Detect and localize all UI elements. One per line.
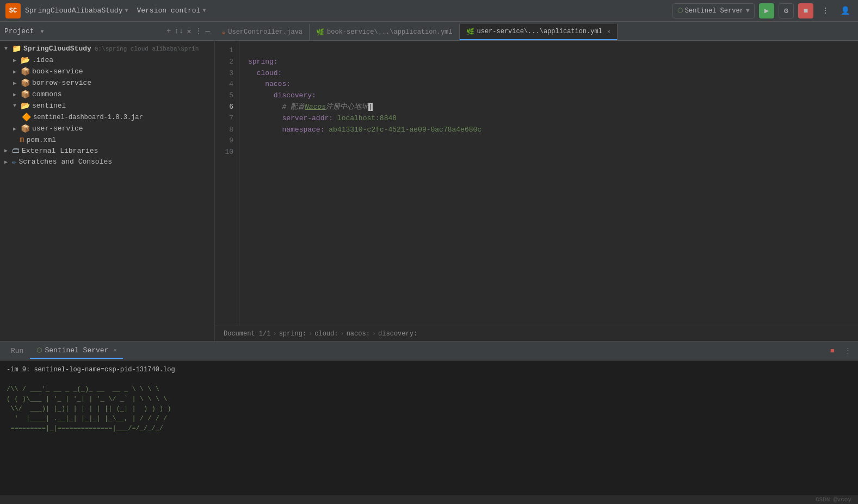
tab-user-app[interactable]: 🌿 user-service\...\application.yml ✕ — [460, 24, 618, 40]
stop-button[interactable]: ■ — [798, 3, 813, 18]
settings-button[interactable]: ⚙ — [779, 3, 794, 18]
pom-icon: m — [20, 135, 24, 144]
minimize-icon[interactable]: — — [206, 27, 210, 36]
book-service-icon: 📦 — [21, 67, 30, 76]
bottom-status: CSDN @vcoy — [0, 495, 858, 504]
sidebar-item-external-libraries[interactable]: ▶ 🗃 External Libraries — [0, 145, 214, 156]
bottom-panel: Run ⬡ Sentinel Server ✕ ■ ⋮ -im 9: senti… — [0, 341, 858, 504]
code-line-3: cloud: — [248, 68, 849, 79]
run-label[interactable]: Run — [4, 343, 30, 359]
line-num-4: 4 — [215, 79, 233, 90]
external-libraries-label: External Libraries — [22, 147, 98, 155]
code-line-7: server-addr: localhost:8848 — [248, 113, 849, 125]
profile-button[interactable]: 👤 — [837, 3, 853, 18]
code-area[interactable]: spring: cloud: nacos: discovery: # 配置Nac… — [239, 41, 858, 326]
line-num-3: 3 — [215, 68, 233, 79]
line-num-1: 1 — [215, 45, 233, 57]
main-area: Project ▼ + ↑↓ ✕ ⋮ — ▼ 📁 SpringCloudStud… — [0, 22, 858, 341]
sidebar-header: Project ▼ + ↑↓ ✕ ⋮ — — [0, 22, 214, 41]
breadcrumb-cloud[interactable]: cloud: — [314, 330, 338, 338]
pom-label: pom.xml — [26, 136, 56, 144]
code-line-10 — [248, 147, 849, 158]
line-num-10: 10 — [215, 147, 233, 158]
root-folder-icon: 📁 — [12, 44, 21, 53]
sidebar-item-idea[interactable]: ▶ 📂 .idea — [0, 54, 214, 66]
borrow-service-icon: 📦 — [21, 78, 30, 88]
console-ascii-1: /\\ / ___'_ __ _ _(_)_ __ __ _ \ \ \ \ — [7, 384, 851, 394]
credit-text: CSDN @vcoy — [816, 496, 851, 503]
breadcrumb: Document 1/1 › spring: › cloud: › nacos:… — [215, 326, 858, 341]
user-service-label: user-service — [32, 125, 83, 133]
version-control-label[interactable]: Version control — [137, 7, 200, 15]
sidebar-item-pom[interactable]: m pom.xml — [0, 134, 214, 145]
scratches-label: Scratches and Consoles — [18, 158, 112, 166]
idea-label: .idea — [32, 56, 53, 64]
line-num-5: 5 — [215, 90, 233, 102]
sync-icon[interactable]: ↑↓ — [174, 27, 183, 36]
line-num-2: 2 — [215, 57, 233, 68]
editor-area: ☕ UserController.java 🌿 book-service\...… — [215, 22, 858, 341]
run-button[interactable]: ▶ — [759, 3, 774, 18]
code-line-6: # 配置Nacos注册中心地址| — [248, 102, 849, 113]
scratch-icon: ✏ — [12, 157, 16, 166]
console-intro: -im 9: sentinel-log-name=csp-pid-131740.… — [7, 365, 851, 375]
sidebar: Project ▼ + ↑↓ ✕ ⋮ — ▼ 📁 SpringCloudStud… — [0, 22, 215, 341]
sentinel-label: sentinel — [32, 102, 66, 110]
sentinel-icon: ⬡ — [677, 7, 683, 15]
console-content: -im 9: sentinel-log-name=csp-pid-131740.… — [0, 360, 858, 495]
sidebar-item-scratches[interactable]: ▶ ✏ Scratches and Consoles — [0, 156, 214, 167]
code-line-1 — [248, 45, 849, 57]
vc-chevron-icon[interactable]: ▼ — [202, 8, 206, 14]
sidebar-item-sentinel[interactable]: ▼ 📂 sentinel — [0, 100, 214, 111]
breadcrumb-discovery[interactable]: discovery: — [378, 330, 417, 338]
console-more-button[interactable]: ⋮ — [842, 345, 854, 357]
code-line-9 — [248, 135, 849, 147]
close-bottom-tab-icon[interactable]: ✕ — [113, 347, 116, 353]
sidebar-item-user-service[interactable]: ▶ 📦 user-service — [0, 123, 214, 134]
line-num-6: 6 — [215, 102, 233, 113]
console-ascii-2: ( ( )\___ | '_ | '_| | '_ \/ _` | \ \ \ … — [7, 394, 851, 404]
breadcrumb-sep-1: › — [273, 330, 276, 338]
close-tab-icon[interactable]: ✕ — [607, 28, 610, 35]
user-service-icon: 📦 — [21, 124, 30, 133]
more-options-icon[interactable]: ⋮ — [195, 27, 202, 36]
sidebar-item-sentinel-jar[interactable]: 🔶 sentinel-dashboard-1.8.3.jar — [0, 111, 214, 123]
sidebar-item-commons[interactable]: ▶ 📦 commons — [0, 89, 214, 100]
breadcrumb-sep-4: › — [372, 330, 376, 338]
sentinel-tab-label: Sentinel Server — [45, 346, 108, 354]
root-path: G:\spring cloud alibaba\Sprin — [95, 46, 199, 52]
breadcrumb-nacos[interactable]: nacos: — [347, 330, 370, 338]
more-button[interactable]: ⋮ — [818, 3, 833, 18]
sidebar-item-book-service[interactable]: ▶ 📦 book-service — [0, 66, 214, 77]
borrow-service-label: borrow-service — [32, 79, 91, 87]
sentinel-server-button[interactable]: ⬡ Sentinel Server ▼ — [672, 3, 755, 18]
tab-usercontroller[interactable]: ☕ UserController.java — [215, 24, 310, 40]
add-module-icon[interactable]: + — [166, 27, 171, 36]
tree-root[interactable]: ▼ 📁 SpringCloudStudy G:\spring cloud ali… — [0, 43, 214, 54]
code-line-2: spring: — [248, 57, 849, 68]
code-line-4: nacos: — [248, 79, 849, 90]
sidebar-actions: + ↑↓ ✕ ⋮ — — [166, 27, 210, 36]
code-line-8: namespace: ab413310-c2fc-4521-ae09-0ac78… — [248, 125, 849, 136]
line-num-8: 8 — [215, 125, 233, 136]
breadcrumb-doc: Document 1/1 — [224, 330, 270, 338]
bottom-tabs: Run ⬡ Sentinel Server ✕ ■ ⋮ — [0, 341, 858, 360]
root-label: SpringCloudStudy — [23, 45, 91, 53]
project-chevron-icon[interactable]: ▼ — [125, 8, 128, 14]
app-logo: SC — [5, 3, 21, 18]
editor-tabs: ☕ UserController.java 🌿 book-service\...… — [215, 22, 858, 41]
external-lib-icon: 🗃 — [12, 146, 20, 155]
java-file-icon: ☕ — [221, 28, 225, 36]
tab-book-app[interactable]: 🌿 book-service\...\application.yml — [310, 24, 459, 40]
breadcrumb-sep-3: › — [340, 330, 344, 338]
commons-icon: 📦 — [21, 90, 30, 99]
breadcrumb-spring[interactable]: spring: — [279, 330, 306, 338]
project-tree: ▼ 📁 SpringCloudStudy G:\spring cloud ali… — [0, 41, 214, 341]
sidebar-item-borrow-service[interactable]: ▶ 📦 borrow-service — [0, 77, 214, 89]
project-name[interactable]: SpringCloudAlibabaStudy — [25, 7, 122, 15]
jar-icon: 🔶 — [22, 113, 31, 122]
tab-user-app-label: user-service\...\application.yml — [477, 28, 602, 35]
sentinel-server-tab[interactable]: ⬡ Sentinel Server ✕ — [30, 343, 123, 359]
console-stop-button[interactable]: ■ — [826, 345, 838, 357]
collapse-icon[interactable]: ✕ — [187, 27, 191, 36]
